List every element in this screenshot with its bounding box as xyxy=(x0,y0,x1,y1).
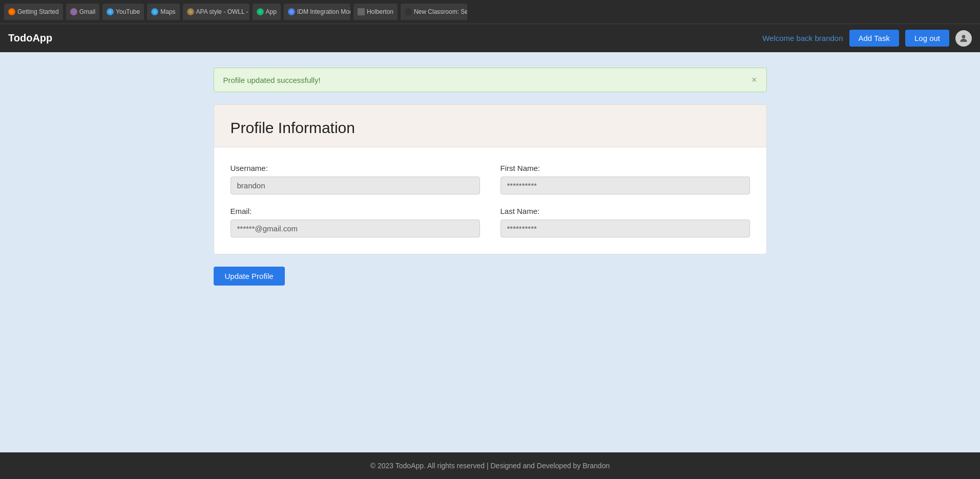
alert-close-button[interactable]: × xyxy=(752,75,757,84)
welcome-username: brandon xyxy=(815,34,843,42)
profile-card: Profile Information Username: First Name… xyxy=(214,104,767,254)
firstname-group: First Name: xyxy=(501,164,750,194)
update-profile-button[interactable]: Update Profile xyxy=(214,267,285,286)
profile-card-body: Username: First Name: Email: Last Name: xyxy=(214,147,766,254)
main-content: Profile updated successfully! × Profile … xyxy=(0,52,980,452)
globe-icon-youtube xyxy=(107,8,114,15)
tab-idm[interactable]: IDM Integration Modu... xyxy=(284,4,350,20)
success-alert: Profile updated successfully! × xyxy=(214,68,767,92)
tab-holberton[interactable]: Holberton xyxy=(353,4,398,20)
whatsapp-icon xyxy=(257,8,264,15)
firstname-label: First Name: xyxy=(501,164,750,172)
tab-app[interactable]: App xyxy=(253,4,281,20)
email-label: Email: xyxy=(231,207,480,215)
tab-maps[interactable]: Maps xyxy=(147,4,179,20)
app-footer: © 2023 TodoApp. All rights reserved | De… xyxy=(0,452,980,479)
firefox-icon xyxy=(8,8,15,15)
tab-youtube[interactable]: YouTube xyxy=(102,4,144,20)
tab-getting-started[interactable]: Getting Started xyxy=(4,4,63,20)
lastname-input[interactable] xyxy=(501,220,750,237)
footer-text: © 2023 TodoApp. All rights reserved | De… xyxy=(370,462,610,470)
tab-apa[interactable]: APA style - OWLL - Ma... xyxy=(183,4,249,20)
logout-button[interactable]: Log out xyxy=(905,30,949,47)
avatar[interactable] xyxy=(955,30,972,47)
email-input[interactable] xyxy=(231,220,480,237)
holberton-icon xyxy=(358,8,365,15)
lastname-group: Last Name: xyxy=(501,207,750,237)
owl-icon xyxy=(187,8,194,15)
email-group: Email: xyxy=(231,207,480,237)
svg-point-0 xyxy=(962,35,966,38)
username-group: Username: xyxy=(231,164,480,194)
app-title: TodoApp xyxy=(8,32,762,44)
app-header: TodoApp Welcome back brandon Add Task Lo… xyxy=(0,24,980,52)
profile-card-header: Profile Information xyxy=(214,105,766,147)
google-icon xyxy=(70,8,77,15)
firstname-input[interactable] xyxy=(501,177,750,194)
alert-message: Profile updated successfully! xyxy=(223,76,321,84)
idm-icon xyxy=(288,8,295,15)
browser-tab-bar: Getting Started Gmail YouTube Maps APA s… xyxy=(0,0,980,24)
username-label: Username: xyxy=(231,164,480,172)
github-icon xyxy=(405,8,412,15)
welcome-text: Welcome back brandon xyxy=(762,34,843,42)
username-input[interactable] xyxy=(231,177,480,194)
tab-new-classroom[interactable]: New Classroom: Selec... xyxy=(401,4,467,20)
profile-section-title: Profile Information xyxy=(231,119,750,137)
tab-gmail[interactable]: Gmail xyxy=(66,4,99,20)
add-task-button[interactable]: Add Task xyxy=(849,30,899,47)
update-btn-row: Update Profile xyxy=(214,267,767,286)
header-right: Welcome back brandon Add Task Log out xyxy=(762,30,972,47)
lastname-label: Last Name: xyxy=(501,207,750,215)
globe-icon-maps xyxy=(151,8,158,15)
